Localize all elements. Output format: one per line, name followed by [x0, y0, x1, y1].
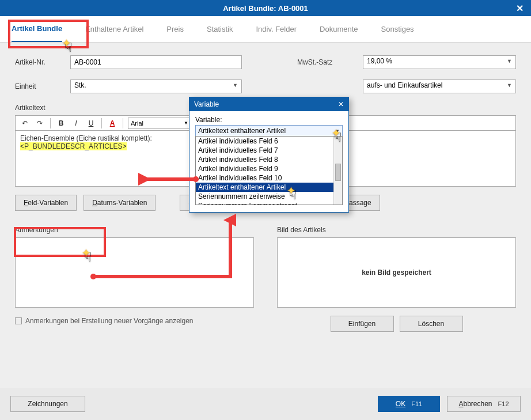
annotation-cursor-list-item: ✦☟: [289, 188, 297, 203]
bold-icon[interactable]: B: [55, 118, 67, 129]
tab-statistik[interactable]: Statistik: [207, 17, 233, 41]
checkbox-label: Anmerkungen bei Erstellung neuer Vorgäng…: [25, 317, 194, 325]
annotation-cursor-popup-select: ✦☟: [334, 130, 342, 145]
list-item[interactable]: Seriennummern kommagetrennt: [196, 201, 342, 205]
ok-fkey: F11: [411, 400, 422, 407]
underline-icon[interactable]: U: [85, 118, 97, 129]
font-select[interactable]: Arial: [128, 118, 191, 129]
close-button[interactable]: ✕: [508, 0, 531, 16]
mwst-label: MwSt.-Satz: [297, 58, 355, 66]
anmerkungen-checkbox[interactable]: Anmerkungen bei Erstellung neuer Vorgäng…: [15, 317, 254, 325]
list-item[interactable]: Artikel individuelles Feld 9: [196, 164, 342, 173]
checkbox-icon: [15, 317, 22, 324]
tab-sonstiges[interactable]: Sonstiges: [381, 17, 414, 41]
popup-close-icon[interactable]: ✕: [338, 100, 344, 108]
tab-preis[interactable]: Preis: [166, 17, 184, 41]
list-item[interactable]: Artikel individuelles Feld 10: [196, 173, 342, 183]
popup-scrollbar[interactable]: [333, 137, 342, 205]
tab-artikel-bundle[interactable]: Artikel Bundle: [12, 16, 62, 42]
einheit-value: Stk.: [74, 81, 86, 89]
zeichnungen-button[interactable]: Zeichnungen: [10, 396, 85, 412]
rtf-placeholder: <P_BUNDLEDESCR_ARTICLES>: [20, 142, 127, 150]
popup-listbox[interactable]: Artikel individuelles Feld 6 Artikel ind…: [195, 136, 343, 205]
annotation-cursor-tab: ✦☟: [65, 40, 72, 55]
artikelnr-label: Artikel-Nr.: [15, 58, 62, 66]
bild-label: Bild des Artikels: [277, 226, 516, 234]
einheit-select[interactable]: Stk.: [70, 80, 242, 93]
popup-titlebar: Variable ✕: [189, 97, 348, 111]
artikeltyp-value: aufs- und Einkaufsartikel: [367, 81, 442, 89]
cancel-label: Abbrechen: [458, 400, 492, 408]
mwst-value: 19,00 %: [367, 57, 392, 65]
popup-field-label: Variable:: [195, 116, 343, 124]
image-placeholder-text: kein Bild gespeichert: [362, 268, 431, 277]
variable-popup: Variable ✕ Variable: Artikeltext enthalt…: [189, 97, 349, 213]
datums-variablen-button[interactable]: Datums-Variablen: [84, 195, 155, 211]
footer: Zeichnungen OK F11 Abbrechen F12: [0, 388, 531, 420]
list-item[interactable]: Artikel individuelles Feld 8: [196, 155, 342, 164]
undo-icon[interactable]: ↶: [19, 118, 31, 129]
list-item[interactable]: Seriennummern zeilenweise: [196, 192, 342, 201]
popup-select-display[interactable]: Artikeltext enthaltener Artikel: [195, 125, 343, 137]
font-name: Arial: [131, 120, 143, 127]
image-preview: kein Bild gespeichert: [277, 237, 516, 308]
titlebar: Artikel Bundle: AB-0001 ✕: [0, 0, 531, 16]
cancel-fkey: F12: [498, 400, 509, 407]
tab-bar: Artikel Bundle Enthaltene Artikel Preis …: [0, 16, 531, 43]
anmerkungen-textarea[interactable]: [15, 237, 254, 308]
font-color-icon[interactable]: A: [107, 118, 118, 129]
tab-enthaltene-artikel[interactable]: Enthaltene Artikel: [85, 17, 143, 41]
list-item[interactable]: Artikel individuelles Feld 6: [196, 137, 342, 146]
annotation-cursor-button: ✦☟: [84, 250, 92, 265]
popup-title-text: Variable: [194, 100, 219, 108]
popup-selected-text: Artikeltext enthaltener Artikel: [198, 127, 286, 135]
ok-label: OK: [396, 400, 405, 408]
artikeltyp-select[interactable]: aufs- und Einkaufsartikel: [363, 80, 516, 93]
list-item-selected[interactable]: Artikeltext enthaltener Artikel: [196, 183, 342, 192]
artikelnr-input[interactable]: [70, 55, 242, 69]
ok-button[interactable]: OK F11: [378, 396, 440, 412]
dialog-window: Artikel Bundle: AB-0001 ✕ Artikel Bundle…: [0, 0, 531, 420]
redo-icon[interactable]: ↷: [34, 118, 45, 129]
mwst-select[interactable]: 19,00 %: [363, 55, 516, 69]
list-item[interactable]: Artikel individuelles Feld 7: [196, 146, 342, 155]
einfuegen-button[interactable]: Einfügen: [331, 316, 394, 332]
scrollbar-thumb[interactable]: [335, 164, 341, 181]
einheit-label: Einheit: [15, 82, 62, 90]
tab-indiv-felder[interactable]: Indiv. Felder: [256, 17, 297, 41]
tab-dokumente[interactable]: Dokumente: [320, 17, 358, 41]
italic-icon[interactable]: I: [70, 118, 82, 129]
feld-variablen-button[interactable]: Feld-Variablen: [15, 195, 77, 211]
loeschen-button[interactable]: Löschen: [400, 316, 463, 332]
window-title: Artikel Bundle: AB-0001: [223, 4, 308, 13]
anmerkungen-label: Anmerkungen: [15, 226, 254, 234]
cancel-button[interactable]: Abbrechen F12: [447, 396, 521, 412]
